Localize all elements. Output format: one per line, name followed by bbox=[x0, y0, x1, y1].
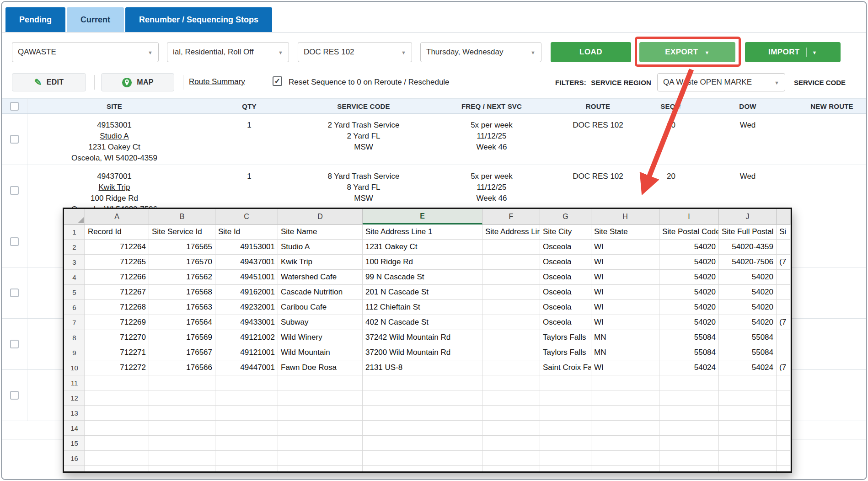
sheet-cell[interactable]: Osceola bbox=[540, 315, 591, 330]
sheet-cell[interactable]: 712272 bbox=[85, 360, 149, 375]
sheet-cell[interactable] bbox=[363, 421, 482, 436]
sheet-cell[interactable]: Site Name bbox=[278, 224, 363, 240]
sheet-cell[interactable]: Cascade Nutrition bbox=[278, 285, 363, 300]
sheet-cell[interactable] bbox=[540, 375, 591, 390]
edit-button[interactable]: ✎ EDIT bbox=[12, 73, 86, 91]
sheet-cell[interactable]: 37200 Wild Mountain Rd bbox=[363, 345, 482, 360]
sheet-cell[interactable]: 402 N Cascade St bbox=[363, 315, 482, 330]
sheet-cell[interactable]: 54020 bbox=[719, 270, 777, 285]
sheet-cell[interactable]: 712266 bbox=[85, 270, 149, 285]
sheet-cell[interactable] bbox=[363, 406, 482, 421]
sheet-cell[interactable] bbox=[149, 466, 215, 473]
sheet-column-header[interactable]: I bbox=[659, 209, 719, 224]
sheet-cell[interactable]: Osceola bbox=[540, 240, 591, 255]
sheet-cell[interactable]: Watershed Cafe bbox=[278, 270, 363, 285]
sheet-cell[interactable] bbox=[215, 375, 278, 390]
column-header-freq[interactable]: FREQ / NEXT SVC bbox=[430, 99, 553, 113]
sheet-cell[interactable]: 54020 bbox=[659, 285, 719, 300]
sheet-cell[interactable]: 54020 bbox=[659, 300, 719, 315]
sheet-cell[interactable] bbox=[659, 375, 719, 390]
sheet-cell[interactable]: Site City bbox=[540, 224, 591, 240]
sheet-cell[interactable]: WI bbox=[591, 255, 659, 270]
sheet-cell[interactable] bbox=[540, 466, 591, 473]
reset-sequence-checkbox[interactable] bbox=[273, 76, 282, 86]
sheet-cell[interactable]: Site Address Line 2 bbox=[482, 224, 540, 240]
sheet-cell[interactable] bbox=[278, 436, 363, 451]
sheet-cell[interactable] bbox=[85, 436, 149, 451]
sheet-cell[interactable] bbox=[540, 406, 591, 421]
sheet-cell[interactable] bbox=[777, 285, 791, 300]
sheet-cell[interactable]: WI bbox=[591, 240, 659, 255]
sheet-cell[interactable] bbox=[719, 451, 777, 466]
sheet-cell[interactable] bbox=[482, 390, 540, 406]
sheet-cell[interactable] bbox=[540, 421, 591, 436]
route-select[interactable]: DOC RES 102 bbox=[298, 42, 412, 62]
sheet-cell[interactable]: Osceola bbox=[540, 285, 591, 300]
sheet-cell[interactable]: WI bbox=[591, 270, 659, 285]
sheet-row-header[interactable]: 7 bbox=[64, 315, 85, 330]
sheet-cell[interactable]: MN bbox=[591, 330, 659, 345]
column-header-service-code[interactable]: SERVICE CODE bbox=[297, 99, 430, 113]
sheet-cell[interactable]: MN bbox=[591, 345, 659, 360]
sheet-cell[interactable]: Si bbox=[777, 224, 791, 240]
sheet-cell[interactable]: Kwik Trip bbox=[278, 255, 363, 270]
sheet-row-header[interactable]: 12 bbox=[64, 390, 85, 406]
sheet-row-header[interactable]: 5 bbox=[64, 285, 85, 300]
line-of-business-select[interactable]: ial, Residential, Roll Off bbox=[167, 42, 289, 62]
sheet-row-header[interactable]: 1 bbox=[64, 224, 85, 240]
sheet-cell[interactable]: 712269 bbox=[85, 315, 149, 330]
sheet-cell[interactable]: 54024 bbox=[659, 360, 719, 375]
sheet-cell[interactable]: 176563 bbox=[149, 300, 215, 315]
sheet-cell[interactable] bbox=[149, 436, 215, 451]
sheet-cell[interactable] bbox=[482, 285, 540, 300]
sheet-cell[interactable] bbox=[363, 375, 482, 390]
sheet-cell[interactable] bbox=[149, 375, 215, 390]
sheet-cell[interactable]: 49447001 bbox=[215, 360, 278, 375]
sheet-cell[interactable] bbox=[149, 421, 215, 436]
sheet-cell[interactable]: 49232001 bbox=[215, 300, 278, 315]
sheet-cell[interactable]: 712270 bbox=[85, 330, 149, 345]
sheet-cell[interactable] bbox=[482, 466, 540, 473]
row-checkbox[interactable] bbox=[10, 391, 19, 400]
sheet-cell[interactable] bbox=[591, 375, 659, 390]
row-checkbox[interactable] bbox=[10, 135, 19, 144]
sheet-cell[interactable] bbox=[482, 315, 540, 330]
sheet-cell[interactable] bbox=[363, 390, 482, 406]
sheet-cell[interactable]: (7 bbox=[777, 315, 791, 330]
sheet-cell[interactable]: 54020 bbox=[659, 315, 719, 330]
sheet-cell[interactable] bbox=[482, 436, 540, 451]
column-header-new-route[interactable]: NEW ROUTE bbox=[796, 99, 867, 113]
sheet-cell[interactable] bbox=[278, 375, 363, 390]
sheet-cell[interactable]: Osceola bbox=[540, 300, 591, 315]
sheet-cell[interactable] bbox=[215, 406, 278, 421]
sheet-cell[interactable] bbox=[363, 436, 482, 451]
sheet-cell[interactable]: Site Service Id bbox=[149, 224, 215, 240]
sheet-cell[interactable] bbox=[85, 421, 149, 436]
sheet-cell[interactable]: (7 bbox=[777, 360, 791, 375]
sheet-cell[interactable] bbox=[659, 436, 719, 451]
column-header-route[interactable]: ROUTE bbox=[553, 99, 643, 113]
sheet-row-header[interactable]: 9 bbox=[64, 345, 85, 360]
sheet-column-header[interactable]: J bbox=[719, 209, 777, 224]
sheet-cell[interactable]: 55084 bbox=[719, 345, 777, 360]
sheet-cell[interactable] bbox=[85, 451, 149, 466]
sheet-cell[interactable]: 55084 bbox=[659, 330, 719, 345]
route-summary-link[interactable]: Route Summary bbox=[189, 77, 245, 86]
sheet-cell[interactable]: Osceola bbox=[540, 255, 591, 270]
sheet-cell[interactable] bbox=[482, 270, 540, 285]
sheet-cell[interactable]: 712268 bbox=[85, 300, 149, 315]
sheet-row-header[interactable]: 3 bbox=[64, 255, 85, 270]
sheet-cell[interactable]: 37242 Wild Mountain Rd bbox=[363, 330, 482, 345]
sheet-cell[interactable]: 54020 bbox=[659, 240, 719, 255]
sheet-cell[interactable]: WI bbox=[591, 360, 659, 375]
sheet-column-header[interactable]: B bbox=[149, 209, 215, 224]
sheet-cell[interactable] bbox=[482, 240, 540, 255]
sheet-row-header[interactable]: 4 bbox=[64, 270, 85, 285]
sheet-cell[interactable] bbox=[482, 255, 540, 270]
row-checkbox[interactable] bbox=[10, 237, 19, 246]
sheet-cell[interactable]: 176569 bbox=[149, 330, 215, 345]
sheet-cell[interactable]: Osceola bbox=[540, 270, 591, 285]
sheet-cell[interactable]: 49121002 bbox=[215, 330, 278, 345]
service-region-select[interactable]: QAWASTE bbox=[12, 42, 159, 62]
column-header-site[interactable]: SITE bbox=[27, 99, 201, 113]
